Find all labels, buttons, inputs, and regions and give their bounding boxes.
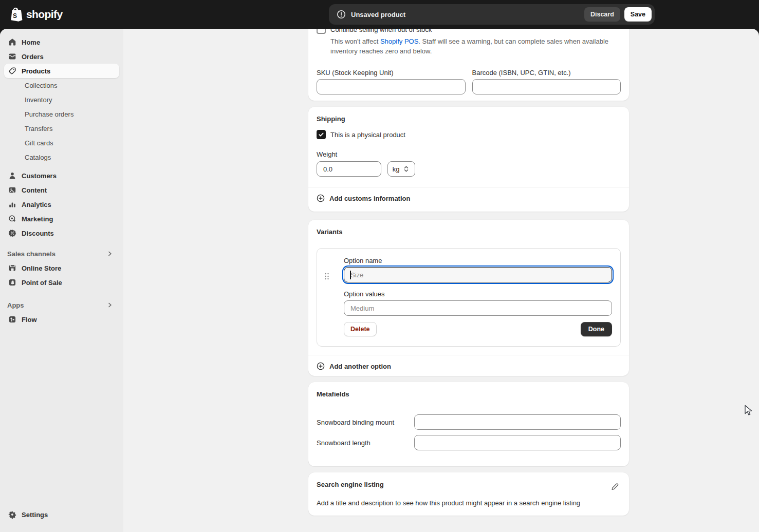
sidebar-item-point-of-sale[interactable]: Point of Sale [4, 275, 119, 290]
storefront-icon [8, 264, 16, 272]
weight-unit-select[interactable]: kg [387, 161, 415, 177]
edit-seo-button[interactable] [608, 481, 621, 493]
physical-product-label: This is a physical product [330, 131, 405, 139]
done-button[interactable]: Done [581, 322, 612, 336]
sidebar-item-catalogs[interactable]: Catalogs [4, 150, 119, 164]
sidebar-item-label: Discounts [22, 230, 54, 237]
sidebar-item-discounts[interactable]: Discounts [4, 226, 119, 240]
sidebar-item-marketing[interactable]: Marketing [4, 212, 119, 226]
plus-circle-icon [317, 362, 325, 370]
discounts-icon [8, 229, 16, 237]
add-another-option-label: Add another option [329, 363, 391, 370]
sidebar-item-analytics[interactable]: Analytics [4, 197, 119, 212]
option-value-input[interactable] [344, 300, 612, 316]
sidebar-item-collections[interactable]: Collections [4, 78, 119, 92]
pos-icon [8, 278, 16, 287]
check-icon [318, 131, 324, 138]
gear-icon [8, 510, 16, 519]
continue-selling-checkbox[interactable] [317, 29, 326, 34]
sidebar-nav: Home Orders Products Collections Invento… [0, 29, 123, 327]
sidebar-item-online-store[interactable]: Online Store [4, 261, 119, 275]
sales-channels-header[interactable]: Sales channels [4, 246, 119, 261]
weight-unit-value: kg [393, 165, 400, 173]
sidebar-item-label: Products [22, 67, 50, 75]
snowboard-binding-mount-input[interactable] [414, 414, 621, 430]
home-icon [8, 38, 16, 46]
shopify-bag-icon: S [9, 7, 23, 22]
barcode-label: Barcode (ISBN, UPC, GTIN, etc.) [472, 69, 621, 77]
chevron-right-icon [106, 301, 114, 309]
barcode-input[interactable] [472, 79, 621, 94]
inventory-card: Continue selling when out of stock This … [308, 29, 629, 101]
sidebar-item-settings[interactable]: Settings [4, 507, 119, 522]
save-button[interactable]: Save [624, 7, 652, 22]
add-customs-button[interactable]: Add customs information [317, 194, 621, 202]
alert-icon [336, 9, 346, 20]
physical-product-checkbox[interactable] [317, 130, 326, 139]
continue-selling-row: Continue selling when out of stock [317, 29, 621, 34]
shopify-wordmark: shopify [26, 8, 62, 21]
sidebar-item-label: Analytics [22, 201, 51, 208]
sidebar-item-label: Customers [22, 172, 57, 180]
metafield-row: Snowboard binding mount [317, 414, 621, 430]
option-values-label: Option values [344, 290, 612, 298]
discard-button[interactable]: Discard [584, 7, 620, 22]
delete-option-button[interactable]: Delete [344, 322, 377, 336]
shipping-card: Shipping This is a physical product Weig… [308, 107, 629, 212]
variants-title: Variants [317, 228, 621, 236]
page-surface: Home Orders Products Collections Invento… [0, 29, 759, 532]
seo-description: Add a title and description to see how t… [317, 499, 621, 507]
add-another-option-button[interactable]: Add another option [317, 362, 621, 370]
sidebar-item-home[interactable]: Home [4, 35, 119, 49]
sidebar: Home Orders Products Collections Invento… [0, 29, 123, 532]
weight-input[interactable] [317, 161, 381, 177]
sidebar-item-content[interactable]: Content [4, 183, 119, 197]
option-name-input[interactable] [344, 267, 612, 282]
text-cursor [350, 271, 351, 279]
metafield-label: Snowboard length [317, 439, 410, 447]
sidebar-item-flow[interactable]: Flow [4, 312, 119, 327]
sidebar-item-label: Flow [22, 316, 37, 324]
shopify-logo: S shopify [9, 7, 62, 22]
chevron-right-icon [106, 250, 114, 258]
customers-icon [8, 172, 16, 180]
drag-handle-icon[interactable] [324, 272, 329, 282]
sidebar-item-inventory[interactable]: Inventory [4, 92, 119, 107]
snowboard-length-input[interactable] [414, 435, 621, 450]
sidebar-item-products[interactable]: Products [4, 64, 119, 78]
marketing-icon [8, 215, 16, 223]
option-name-label: Option name [344, 257, 612, 264]
sidebar-item-gift-cards[interactable]: Gift cards [4, 136, 119, 150]
metafield-row: Snowboard length [317, 435, 621, 450]
topbar: S shopify Unsaved product Discard Save [0, 0, 759, 29]
apps-header[interactable]: Apps [4, 298, 119, 312]
svg-text:S: S [13, 12, 17, 20]
seo-card: Search engine listing Add a title and de… [308, 472, 629, 516]
sidebar-item-label: Settings [22, 511, 48, 519]
weight-label: Weight [317, 150, 621, 158]
sidebar-item-purchase-orders[interactable]: Purchase orders [4, 107, 119, 121]
select-caret-icon [402, 165, 410, 173]
sidebar-item-label: Marketing [22, 215, 53, 223]
seo-title: Search engine listing [317, 481, 384, 488]
shopify-pos-link[interactable]: Shopify POS [380, 37, 418, 45]
metafield-label: Snowboard binding mount [317, 419, 410, 426]
sidebar-item-label: Online Store [22, 264, 61, 272]
sku-input[interactable] [317, 79, 466, 94]
continue-selling-help: This won't affect Shopify POS. Staff wil… [330, 37, 614, 56]
metafields-title: Metafields [317, 390, 621, 398]
add-customs-label: Add customs information [329, 195, 410, 202]
sidebar-item-transfers[interactable]: Transfers [4, 121, 119, 136]
sidebar-item-customers[interactable]: Customers [4, 168, 119, 183]
content-icon [8, 186, 16, 194]
variants-card: Variants Option name Option values Delet… [308, 220, 629, 376]
sidebar-item-orders[interactable]: Orders [4, 49, 119, 64]
unsaved-status-text: Unsaved product [351, 11, 584, 18]
unsaved-status-bar: Unsaved product Discard Save [329, 4, 655, 25]
sidebar-item-label: Home [22, 39, 40, 46]
sidebar-settings-container: Settings [0, 507, 123, 522]
physical-product-row: This is a physical product [317, 130, 621, 139]
mouse-cursor [743, 405, 754, 419]
pencil-icon [610, 483, 619, 491]
products-tag-icon [8, 67, 16, 75]
